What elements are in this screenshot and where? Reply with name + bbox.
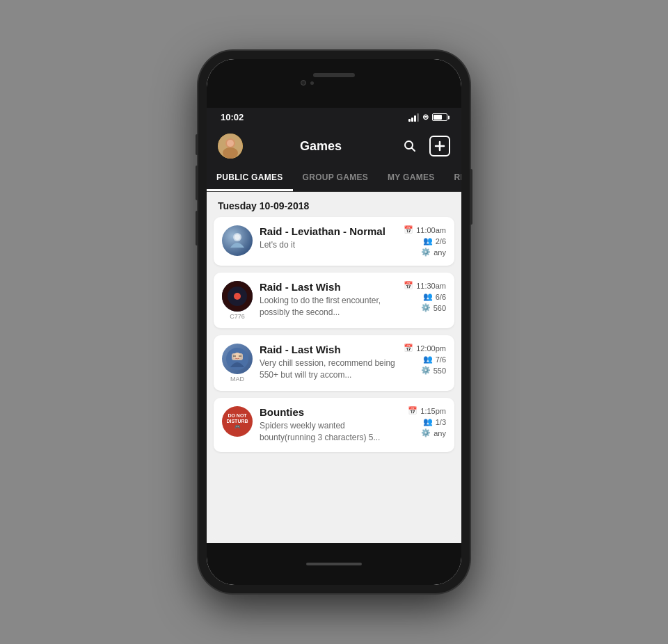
add-button[interactable] bbox=[429, 136, 450, 156]
speaker bbox=[313, 73, 355, 77]
game-level-4: ⚙️ any bbox=[421, 428, 446, 437]
game-level-2: ⚙️ 560 bbox=[421, 303, 446, 312]
phone-screen: 10:02 ⊜ bbox=[207, 59, 461, 585]
players-icon-2: 👥 bbox=[423, 292, 433, 301]
camera bbox=[301, 80, 306, 86]
game-avatar-4: DO NOTDISTURB🎮 bbox=[222, 406, 253, 437]
game-time-3: 📅 12:00pm bbox=[404, 344, 446, 353]
calendar-icon-1: 📅 bbox=[404, 225, 413, 234]
volume-up-button[interactable] bbox=[196, 166, 198, 200]
game-avatar-1 bbox=[222, 225, 253, 256]
game-title-4: Bounties bbox=[260, 406, 401, 418]
game-avatar-wrapper-2: C776 bbox=[222, 281, 253, 320]
level-icon-2: ⚙️ bbox=[421, 303, 431, 312]
game-avatar-3 bbox=[222, 344, 253, 374]
avatar[interactable] bbox=[218, 134, 243, 159]
svg-point-9 bbox=[234, 234, 240, 240]
svg-line-5 bbox=[411, 148, 415, 152]
game-meta-2: 📅 11:30am 👥 6/6 ⚙️ 560 bbox=[404, 281, 446, 312]
volume-down-button[interactable] bbox=[196, 211, 198, 245]
game-info-2: Raid - Last Wish Looking to do the first… bbox=[260, 281, 397, 319]
game-username-3: MAD bbox=[230, 376, 244, 383]
mute-button[interactable] bbox=[196, 134, 198, 155]
game-avatar-wrapper-3: MAD bbox=[222, 344, 253, 383]
game-level-3: ⚙️ 550 bbox=[421, 366, 446, 375]
players-icon-4: 👥 bbox=[423, 417, 433, 426]
game-players-2: 👥 6/6 bbox=[423, 292, 446, 301]
tabs-container: PUBLIC GAMES GROUP GAMES MY GAMES REC bbox=[207, 166, 461, 192]
date-header: Tuesday 10-09-2018 bbox=[207, 192, 461, 217]
players-icon-1: 👥 bbox=[423, 236, 433, 245]
game-title-3: Raid - Last Wish bbox=[260, 344, 397, 355]
game-avatar-wrapper-4: DO NOTDISTURB🎮 bbox=[222, 406, 253, 438]
players-icon-3: 👥 bbox=[423, 355, 433, 364]
svg-point-2 bbox=[223, 147, 238, 159]
status-bar: 10:02 ⊜ bbox=[207, 108, 461, 127]
tab-public-games[interactable]: PUBLIC GAMES bbox=[207, 166, 293, 191]
tab-rec[interactable]: REC bbox=[445, 166, 461, 191]
game-desc-1: Let's do it bbox=[260, 239, 397, 251]
calendar-icon-4: 📅 bbox=[408, 406, 418, 415]
content-area[interactable]: Tuesday 10-09-2018 Raid - Leviathan - No… bbox=[207, 192, 461, 543]
game-info-1: Raid - Leviathan - Normal Let's do it bbox=[260, 225, 397, 251]
status-icons: ⊜ bbox=[408, 113, 447, 122]
game-time-1: 📅 11:00am bbox=[404, 225, 446, 234]
game-time-4: 📅 1:15pm bbox=[408, 406, 446, 415]
phone-frame: 10:02 ⊜ bbox=[198, 51, 470, 593]
level-icon-1: ⚙️ bbox=[421, 248, 431, 257]
status-time: 10:02 bbox=[221, 112, 244, 122]
game-username-2: C776 bbox=[230, 313, 245, 320]
tab-group-games[interactable]: GROUP GAMES bbox=[293, 166, 378, 191]
game-meta-3: 📅 12:00pm 👥 7/6 ⚙️ 550 bbox=[404, 344, 446, 375]
header-icons bbox=[399, 135, 450, 157]
sensor-dot bbox=[310, 81, 314, 85]
game-desc-4: Spiders weekly wanted bounty(running 3 c… bbox=[260, 420, 401, 444]
level-icon-4: ⚙️ bbox=[421, 428, 431, 437]
svg-point-3 bbox=[227, 140, 234, 147]
game-players-1: 👥 2/6 bbox=[423, 236, 446, 245]
game-desc-3: Very chill session, recommend being 550+… bbox=[260, 357, 397, 381]
tab-my-games[interactable]: MY GAMES bbox=[378, 166, 445, 191]
wifi-icon: ⊜ bbox=[422, 113, 429, 122]
calendar-icon-2: 📅 bbox=[404, 281, 413, 290]
game-card-4[interactable]: DO NOTDISTURB🎮 Bounties Spiders weekly w… bbox=[214, 398, 454, 452]
level-icon-3: ⚙️ bbox=[421, 366, 431, 375]
game-time-2: 📅 11:30am bbox=[404, 281, 446, 290]
bottom-bezel bbox=[207, 543, 461, 585]
user-avatar-img bbox=[218, 134, 243, 159]
battery-fill bbox=[434, 115, 442, 120]
battery-icon bbox=[432, 113, 447, 121]
top-bezel bbox=[207, 59, 461, 108]
game-meta-1: 📅 11:00am 👥 2/6 ⚙️ any bbox=[404, 225, 446, 257]
game-level-1: ⚙️ any bbox=[421, 248, 446, 257]
game-card-3[interactable]: MAD Raid - Last Wish Very chill session,… bbox=[214, 335, 454, 391]
game-players-3: 👥 7/6 bbox=[423, 355, 446, 364]
game-info-4: Bounties Spiders weekly wanted bounty(ru… bbox=[260, 406, 401, 444]
game-title-1: Raid - Leviathan - Normal bbox=[260, 225, 397, 237]
search-button[interactable] bbox=[399, 135, 421, 157]
home-indicator[interactable] bbox=[306, 563, 362, 565]
game-desc-2: Looking to do the first encounter, possi… bbox=[260, 295, 397, 319]
game-title-2: Raid - Last Wish bbox=[260, 281, 397, 293]
app-header: Games bbox=[207, 127, 461, 166]
header-title: Games bbox=[300, 139, 342, 154]
power-button[interactable] bbox=[470, 169, 472, 225]
calendar-icon-3: 📅 bbox=[404, 344, 413, 353]
game-avatar-wrapper-1 bbox=[222, 225, 253, 257]
game-players-4: 👥 1/3 bbox=[423, 417, 446, 426]
signal-icon bbox=[408, 113, 419, 122]
game-card-2[interactable]: C776 Raid - Last Wish Looking to do the … bbox=[214, 273, 454, 328]
game-info-3: Raid - Last Wish Very chill session, rec… bbox=[260, 344, 397, 381]
game-card-1[interactable]: Raid - Leviathan - Normal Let's do it 📅 … bbox=[214, 217, 454, 266]
game-avatar-2 bbox=[222, 281, 253, 312]
game-meta-4: 📅 1:15pm 👥 1/3 ⚙️ any bbox=[408, 406, 446, 437]
